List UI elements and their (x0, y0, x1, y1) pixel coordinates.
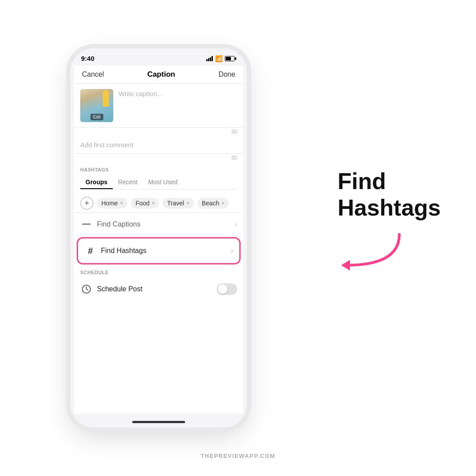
done-button[interactable]: Done (219, 71, 235, 78)
remove-beach-button[interactable]: × (221, 200, 224, 206)
find-captions-label: Find Captions (97, 220, 235, 228)
schedule-row: Schedule Post (80, 279, 237, 300)
find-captions-icon (80, 218, 93, 231)
schedule-toggle[interactable] (217, 283, 237, 295)
right-panel: Find Hashtags (338, 168, 441, 285)
svg-rect-0 (82, 223, 91, 225)
find-hashtags-row[interactable]: # Find Hashtags › (77, 237, 241, 264)
plus-icon: + (85, 199, 89, 207)
svg-marker-2 (341, 260, 350, 270)
hashtags-section-label: HASHTAGS (80, 167, 237, 172)
hashtags-tabs: Groups Recent Most Used (80, 176, 237, 190)
remove-home-button[interactable]: × (120, 200, 123, 206)
arrow-svg (338, 230, 408, 283)
comment-area[interactable]: Add first comment (74, 137, 243, 154)
toggle-knob (218, 284, 227, 294)
group-tag-travel: Travel × (163, 198, 193, 208)
page-title: Caption (147, 70, 175, 79)
photo-thumbnail: Edit (80, 89, 113, 122)
nav-bar: Cancel Caption Done (74, 66, 243, 84)
groups-row: + Home × Food × Travel × Bea (80, 194, 237, 212)
group-tag-beach-label: Beach (202, 200, 219, 207)
home-bar (132, 421, 185, 423)
schedule-post-label: Schedule Post (97, 285, 217, 293)
screen-content: Cancel Caption Done Edit Write caption..… (74, 66, 243, 414)
find-captions-chevron: › (235, 220, 237, 228)
tab-groups[interactable]: Groups (80, 176, 113, 189)
arrow-decoration (338, 230, 441, 284)
group-tag-home-label: Home (101, 200, 118, 207)
tab-recent[interactable]: Recent (113, 176, 143, 189)
status-time: 9:40 (81, 55, 94, 62)
status-icons: 📶 (206, 55, 236, 62)
group-tag-travel-label: Travel (167, 200, 184, 207)
footer-text: THEPREVIEWAPP.COM (201, 453, 275, 459)
group-tag-home: Home × (97, 198, 127, 208)
add-group-button[interactable]: + (80, 197, 93, 210)
tab-most-used[interactable]: Most Used (143, 176, 183, 189)
promo-title-line2: Hashtags (338, 195, 441, 221)
caption-char-count: 30 (74, 128, 243, 137)
caption-area: Edit Write caption... (74, 84, 243, 128)
promo-title-line1: Find (338, 168, 441, 195)
group-tag-food: Food × (131, 198, 159, 208)
remove-food-button[interactable]: × (152, 200, 155, 206)
phone-notch (132, 48, 185, 61)
edit-label[interactable]: Edit (90, 114, 103, 120)
caption-placeholder[interactable]: Write caption... (119, 89, 163, 122)
battery-icon (225, 56, 236, 61)
remove-travel-button[interactable]: × (186, 200, 190, 206)
schedule-section: SCHEDULE Schedule Post (74, 265, 243, 300)
find-captions-row[interactable]: Find Captions › (74, 213, 243, 236)
wifi-icon: 📶 (215, 55, 223, 62)
group-tag-food-label: Food (135, 200, 149, 207)
phone-mockup: 9:40 📶 (71, 48, 247, 428)
schedule-section-label: SCHEDULE (80, 270, 237, 275)
signal-icon (206, 56, 213, 61)
hashtags-section: HASHTAGS Groups Recent Most Used + Home … (74, 163, 243, 212)
comment-placeholder[interactable]: Add first comment (80, 141, 134, 149)
comment-char-count: 30 (74, 154, 243, 163)
group-tag-beach: Beach × (197, 198, 229, 208)
find-hashtags-label: Find Hashtags (101, 247, 231, 255)
cancel-button[interactable]: Cancel (82, 71, 104, 78)
find-hashtags-icon: # (84, 245, 97, 257)
promo-title: Find Hashtags (338, 168, 441, 221)
schedule-icon (80, 283, 93, 295)
find-hashtags-chevron: › (231, 247, 233, 255)
